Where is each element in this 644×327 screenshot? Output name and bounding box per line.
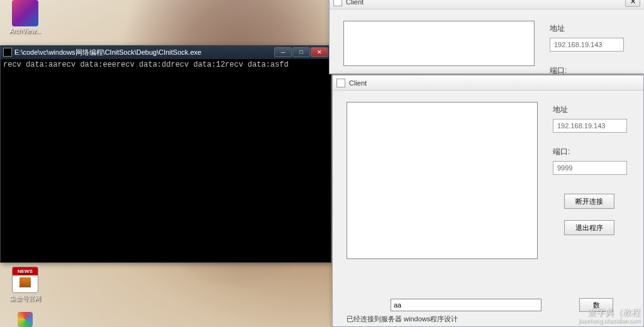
window-title: Client [349, 79, 640, 87]
side-panel: 地址 端口: [550, 21, 630, 67]
app-icon [336, 79, 345, 87]
message-textarea[interactable] [343, 21, 535, 66]
watermark-sub: jiaocheng.chazidian.com [578, 318, 640, 324]
client-window-front: Client 地址 端口: 断开连接 退出程序 数 已经连接到服务器 windo… [332, 75, 644, 327]
client-titlebar[interactable]: Client ✕ [330, 0, 644, 9]
close-button[interactable]: ✕ [311, 47, 328, 57]
close-button[interactable]: ✕ [625, 0, 640, 7]
house-icon [13, 275, 38, 289]
client-titlebar[interactable]: Client [333, 75, 643, 91]
archview-icon [12, 0, 38, 26]
window-title: Client [346, 0, 625, 6]
address-input[interactable] [553, 119, 627, 133]
console-title: E:\code\vc\windows网络编程\CInitSock\Debug\C… [14, 48, 274, 57]
desktop-icon-archview[interactable]: ArchView... [6, 0, 44, 35]
exit-button[interactable]: 退出程序 [564, 220, 614, 235]
news-icon: NEWS [12, 267, 38, 293]
send-input[interactable] [391, 299, 541, 311]
port-label: 端口: [553, 147, 630, 157]
console-window: E:\code\vc\windows网络编程\CInitSock\Debug\C… [0, 45, 331, 263]
desktop-icon-bottom[interactable] [6, 312, 44, 327]
poly-icon [18, 312, 33, 327]
console-output: recv data:aarecv data:eeerecv data:ddrec… [1, 59, 331, 262]
client-window-back: Client ✕ 地址 端口: [329, 0, 644, 74]
icon-label: 集金号官网 [9, 295, 41, 302]
client-body: 地址 端口: [330, 9, 644, 74]
client-body: 地址 端口: 断开连接 退出程序 [333, 91, 643, 326]
address-label: 地址 [550, 23, 630, 34]
console-titlebar[interactable]: E:\code\vc\windows网络编程\CInitSock\Debug\C… [1, 45, 331, 59]
news-header: NEWS [13, 267, 38, 275]
icon-label: ArchView... [9, 28, 41, 35]
address-input[interactable] [550, 38, 624, 52]
watermark-main: 查字典（教程 [578, 307, 640, 318]
message-textarea[interactable] [347, 102, 538, 259]
side-panel: 地址 端口: 断开连接 退出程序 [553, 102, 630, 320]
disconnect-button[interactable]: 断开连接 [564, 194, 614, 209]
cmd-icon [3, 48, 12, 57]
port-input[interactable] [553, 161, 627, 175]
desktop-icon-news[interactable]: NEWS 集金号官网 [6, 267, 44, 303]
address-label: 地址 [553, 104, 630, 115]
status-text: 已经连接到服务器 windows程序设计 [347, 314, 458, 324]
app-icon [333, 0, 342, 6]
watermark: 查字典（教程 jiaocheng.chazidian.com [578, 307, 640, 324]
minimize-button[interactable]: ─ [274, 47, 292, 57]
window-controls: ─ □ ✕ [274, 47, 328, 57]
maximize-button[interactable]: □ [292, 47, 310, 57]
